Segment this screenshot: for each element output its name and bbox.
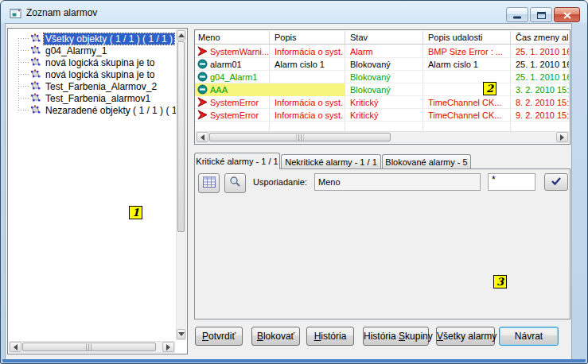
annotation-marker-1: 1 [129, 206, 142, 219]
alarm-row[interactable]: SystemWarni... Informácia o syst... Alar… [195, 45, 570, 58]
sort-value: Meno [318, 177, 341, 187]
window-controls [506, 7, 580, 22]
tree-item-nova-logicka-skupina-2[interactable]: nová logická skupina je to [18, 68, 156, 80]
cell-meno: SystemWarni... [210, 45, 268, 58]
alarm-row[interactable]: SystemError Informácia o syst... Kritick… [195, 109, 570, 122]
scroll-up-button[interactable] [177, 30, 185, 41]
cell-cas-zmeny: 25. 1. 2010 16:0 [516, 58, 569, 71]
tree-vertical-scrollbar[interactable] [176, 29, 186, 340]
column-header-cas-zmeny[interactable]: Čas zmeny alarm [516, 30, 568, 45]
group-objects-icon [29, 93, 41, 103]
tree-connector [18, 74, 29, 75]
grid-view-button[interactable] [198, 173, 220, 193]
arrow-down-icon [178, 332, 185, 336]
cell-stav: Blokovaný [350, 83, 421, 96]
vsetky-alarmy-button[interactable]: Všetky alarmy [436, 327, 495, 346]
cell-meno: SystemError [210, 109, 268, 122]
tree-item-label: Test_Farbenia_alarmov1 [44, 93, 152, 104]
arrow-left-icon [201, 134, 204, 141]
scroll-right-button[interactable] [162, 342, 174, 352]
sort-order-field[interactable]: Meno [314, 173, 481, 191]
cell-cas-zmeny: 25. 1. 2010 16:0 [516, 45, 569, 58]
close-icon [563, 8, 571, 22]
search-icon [229, 176, 241, 191]
tree-connector [18, 86, 29, 87]
cell-cas-zmeny: 9. 2. 2010 15:00 [516, 109, 569, 122]
titlebar[interactable]: Zoznam alarmov [1, 1, 587, 23]
frame-bottom-accent [2, 359, 586, 362]
minimize-button[interactable] [506, 7, 528, 22]
alarm-row[interactable]: g04_Alarm1 Blokovaný 25. 1. 2010 16:0 [195, 71, 570, 83]
cell-popis-udalosti: Alarm cislo 1 [428, 58, 508, 71]
scroll-left-button[interactable] [10, 342, 21, 352]
filter-value: * [492, 176, 496, 184]
potvrdit-button[interactable]: Potvrdiť [195, 327, 243, 346]
divider [269, 31, 270, 44]
arrow-up-icon [178, 33, 185, 37]
tree-item-label: Test_Farbenia_Alarmov_2 [44, 81, 158, 92]
alarm-icon [197, 46, 208, 56]
tree-item-nezaradene-objekty[interactable]: Nezaradené objekty ( 1 / 1 ) ( 1 / [18, 104, 184, 116]
scrollbar-thumb[interactable] [209, 133, 391, 141]
tree-item-label: Nezaradené objekty ( 1 / 1 ) ( 1 / [44, 105, 184, 116]
scrollbar-thumb[interactable] [22, 343, 156, 351]
cell-meno: g04_Alarm1 [210, 71, 268, 83]
minimize-icon [513, 8, 521, 22]
tree-item-test-farbenia-alarmov1[interactable]: Test_Farbenia_alarmov1 [18, 92, 152, 104]
alarm-row-highlighted[interactable]: AAA Blokovaný 3. 2. 2010 15:21 [195, 83, 570, 96]
tree-horizontal-scrollbar[interactable] [9, 341, 175, 353]
column-header-popis[interactable]: Popis [275, 30, 342, 45]
tab-label: Nekritické alarmy - 1 / 1 [285, 157, 377, 167]
blokovat-button[interactable]: Blokovať [251, 327, 300, 346]
navrat-button[interactable]: Návrat [499, 327, 559, 346]
filter-field[interactable]: * [488, 173, 535, 191]
check-icon [551, 175, 562, 189]
cell-popis [275, 71, 343, 83]
alarm-table-horizontal-scrollbar[interactable] [196, 131, 569, 143]
cell-popis: Alarm cislo 1 [275, 58, 343, 71]
tab-kriticke-alarmy[interactable]: Kritické alarmy - 1 / 1 [194, 153, 280, 169]
tab-page [194, 168, 570, 319]
tree-item-vsetky-objekty[interactable]: Všetky objekty ( 1 / 1 ) ( 1 / 1 ) [18, 33, 174, 45]
sort-label: Usporiadanie: [253, 177, 307, 187]
tree-item-label: nová logická skupina je to [44, 69, 156, 80]
apply-filter-button[interactable] [544, 173, 568, 191]
arrow-right-icon [166, 344, 170, 350]
cell-meno: AAA [210, 83, 268, 96]
divider [345, 31, 345, 44]
alarm-row[interactable]: alarm01 Alarm cislo 1 Blokovaný Alarm ci… [195, 58, 570, 71]
tree-item-nova-logicka-skupina-1[interactable]: nová logická skupina je to [18, 56, 156, 68]
cell-cas-zmeny: 3. 2. 2010 15:21 [516, 83, 569, 96]
group-tree-panel: Všetky objekty ( 1 / 1 ) ( 1 / 1 ) g04_A… [7, 28, 188, 354]
column-header-meno[interactable]: Meno [198, 30, 267, 45]
close-button[interactable] [554, 7, 580, 22]
column-header-popis-udalosti[interactable]: Popis udalosti [428, 30, 508, 45]
arrow-left-icon [14, 344, 18, 350]
cell-meno: SystemError [210, 96, 268, 109]
alarm-row[interactable]: SystemError Informácia o syst... Kritick… [195, 96, 570, 109]
column-header-stav[interactable]: Stav [350, 30, 420, 45]
tree-connector [18, 38, 29, 39]
historia-button[interactable]: História [306, 327, 354, 346]
alarm-list-window: Zoznam alarmov Všetky objekty ( 1 / 1 ) … [0, 0, 588, 364]
scroll-right-button[interactable] [556, 132, 568, 142]
window-title: Zoznam alarmov [26, 6, 97, 19]
tree-item-g04-alarmy-1[interactable]: g04_Alarmy_1 [18, 45, 108, 56]
tree-connector [18, 98, 29, 99]
cell-popis: Informácia o syst... [275, 96, 343, 109]
blocked-icon [197, 72, 208, 82]
cell-popis-udalosti: TimeChannel CK... [428, 96, 508, 109]
historia-skupiny-button[interactable]: História Skupiny [363, 327, 429, 346]
tab-nekriticke-alarmy[interactable]: Nekritické alarmy - 1 / 1 [281, 154, 381, 168]
tab-blokovane-alarmy[interactable]: Blokované alarmy - 5 [382, 154, 471, 168]
tree-item-test-farbenia-alarmov-2[interactable]: Test_Farbenia_Alarmov_2 [18, 80, 158, 92]
group-objects-icon [29, 57, 41, 68]
maximize-button[interactable] [530, 7, 552, 22]
maximize-icon [537, 8, 546, 22]
cell-stav: Alarm [350, 45, 421, 58]
search-button[interactable] [224, 173, 246, 193]
scrollbar-thumb[interactable] [177, 41, 185, 232]
scroll-down-button[interactable] [177, 329, 185, 339]
scroll-left-button[interactable] [197, 132, 208, 142]
blocked-icon [197, 84, 208, 95]
